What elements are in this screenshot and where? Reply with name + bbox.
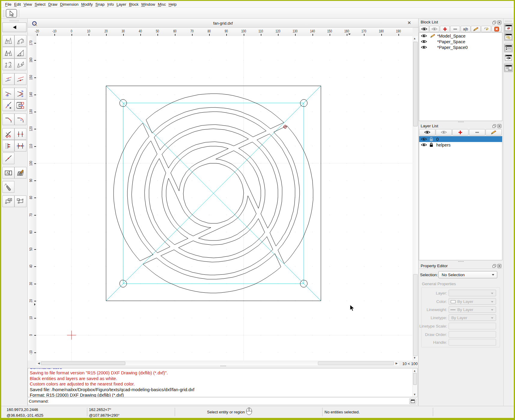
edit-block-button[interactable] <box>471 26 481 32</box>
purge-block-button[interactable] <box>492 26 501 32</box>
command-input[interactable] <box>50 398 408 404</box>
hide-all-blocks-button[interactable] <box>429 26 439 32</box>
toggle-layer-list-button[interactable] <box>504 23 513 32</box>
modify-explode-button[interactable] <box>2 181 14 193</box>
back-button[interactable] <box>2 23 26 32</box>
eye-icon[interactable] <box>421 45 427 49</box>
eye-icon[interactable] <box>421 34 427 38</box>
modify-mirror-button[interactable] <box>2 47 14 59</box>
modify-scale-button[interactable] <box>14 47 26 59</box>
float-panel-icon[interactable] <box>492 264 496 268</box>
modify-break-two-button[interactable] <box>14 128 26 140</box>
toggle-property-editor-button[interactable] <box>504 44 513 52</box>
add-layer-button[interactable] <box>452 129 468 135</box>
menu-layer[interactable]: Layer <box>117 2 126 7</box>
menu-modify[interactable]: Modify <box>81 2 93 7</box>
menu-misc[interactable]: Misc <box>158 2 166 7</box>
modify-edit-block-button[interactable] <box>2 195 14 207</box>
linetype-scale-input[interactable] <box>449 323 496 329</box>
modify-text-edit-button[interactable]: A <box>2 167 14 179</box>
layer-list-row-selected[interactable]: 0 <box>419 136 502 142</box>
eye-icon[interactable] <box>421 40 427 44</box>
menu-file[interactable]: File <box>5 2 11 7</box>
scroll-down-icon[interactable]: ▼ <box>413 393 416 396</box>
modify-clip-button[interactable] <box>14 99 26 111</box>
eye-icon[interactable] <box>421 137 427 141</box>
horizontal-scrollbar[interactable]: ◀▶ <box>36 361 399 365</box>
toggle-command-history-button[interactable] <box>504 64 513 72</box>
float-panel-icon[interactable] <box>492 124 496 128</box>
modify-lengthen-button[interactable] <box>14 73 26 85</box>
modify-bevel-button[interactable] <box>2 113 14 125</box>
color-combo[interactable]: By Layer <box>449 298 496 305</box>
scroll-right-icon[interactable]: ▶ <box>395 361 398 365</box>
dock-drag-handle[interactable] <box>9 20 19 22</box>
toggle-command-window-button[interactable] <box>409 398 416 404</box>
selection-combo[interactable]: No Selection <box>438 271 497 278</box>
modify-move-rotate-button[interactable] <box>2 59 14 70</box>
splitter-handle[interactable] <box>220 365 226 367</box>
float-panel-icon[interactable] <box>492 20 496 25</box>
add-block-button[interactable] <box>440 26 450 32</box>
panel-splitter[interactable] <box>458 261 464 262</box>
menu-dimension[interactable]: Dimension <box>60 2 78 7</box>
menu-select[interactable]: Select <box>35 2 45 7</box>
show-all-blocks-button[interactable] <box>419 26 429 32</box>
scroll-up-icon[interactable]: ▲ <box>413 369 416 373</box>
toggle-command-line-button[interactable] <box>504 53 513 62</box>
modify-shorten-button[interactable] <box>2 99 14 111</box>
menu-info[interactable]: Info <box>107 2 114 7</box>
rename-block-button[interactable]: a|b <box>461 26 471 32</box>
modify-trim-both-button[interactable] <box>2 73 14 85</box>
insert-block-button[interactable] <box>481 26 491 32</box>
scroll-page-block[interactable] <box>413 274 418 356</box>
modify-rotate-button[interactable] <box>14 35 26 47</box>
draw-order-input[interactable] <box>449 331 496 338</box>
scroll-page-block[interactable] <box>318 361 394 365</box>
layer-list[interactable] <box>419 136 502 260</box>
block-list-row[interactable]: *Paper_Space <box>419 39 502 44</box>
toggle-block-list-button[interactable] <box>504 32 513 41</box>
modify-move-copy-button[interactable] <box>2 35 14 47</box>
dock-drag-handle[interactable] <box>505 20 512 22</box>
menu-block[interactable]: Block <box>129 2 139 7</box>
remove-block-button[interactable] <box>450 26 460 32</box>
show-all-layers-button[interactable] <box>419 129 435 135</box>
lock-icon[interactable] <box>428 137 434 141</box>
modify-break-gap-button[interactable] <box>2 140 14 152</box>
menu-draw[interactable]: Draw <box>48 2 57 7</box>
menu-view[interactable]: View <box>23 2 32 7</box>
horizontal-scroll-thumb[interactable] <box>41 361 125 365</box>
scroll-down-icon[interactable]: ▼ <box>413 356 416 360</box>
toolbar-drag-handle[interactable] <box>3 10 5 17</box>
close-panel-icon[interactable] <box>497 124 501 128</box>
modify-break-manual-button[interactable] <box>14 140 26 152</box>
lineweight-combo[interactable]: By Layer <box>449 306 496 313</box>
panel-splitter[interactable] <box>458 121 464 122</box>
drawing-titlebar[interactable]: fan-grid.dxf✕ <box>28 19 418 28</box>
close-document-icon[interactable]: ✕ <box>407 20 412 25</box>
close-panel-icon[interactable] <box>497 264 501 268</box>
menu-window[interactable]: Window <box>141 2 155 7</box>
modify-hatch-edit-button[interactable] <box>14 167 26 179</box>
history-scrollbar[interactable]: ▲▼ <box>413 369 417 397</box>
lock-icon[interactable] <box>428 143 434 147</box>
modify-trim-two-button[interactable] <box>14 88 26 99</box>
modify-round-button[interactable] <box>14 113 26 125</box>
scroll-left-icon[interactable]: ◀ <box>37 361 41 365</box>
close-panel-icon[interactable] <box>497 20 501 25</box>
modify-trim-button[interactable] <box>2 88 14 99</box>
scroll-up-icon[interactable]: ▲ <box>413 37 416 40</box>
handle-input[interactable] <box>449 339 496 346</box>
vertical-scroll-thumb[interactable] <box>413 42 418 126</box>
block-list-row[interactable]: *Model_Space <box>419 33 502 39</box>
modify-edit-block2-button[interactable] <box>14 195 26 207</box>
modify-divide-cut-button[interactable] <box>2 128 14 140</box>
eye-icon[interactable] <box>421 143 427 147</box>
menu-snap[interactable]: Snap <box>96 2 105 7</box>
command-history[interactable]: Command: saveSaving to file format versi… <box>28 368 418 397</box>
edit-layer-button[interactable] <box>486 129 502 135</box>
history-scroll-thumb[interactable] <box>413 373 417 385</box>
block-list-row[interactable]: *Paper_Space0 <box>419 44 502 50</box>
linetype-combo[interactable]: By Layer <box>449 314 496 321</box>
